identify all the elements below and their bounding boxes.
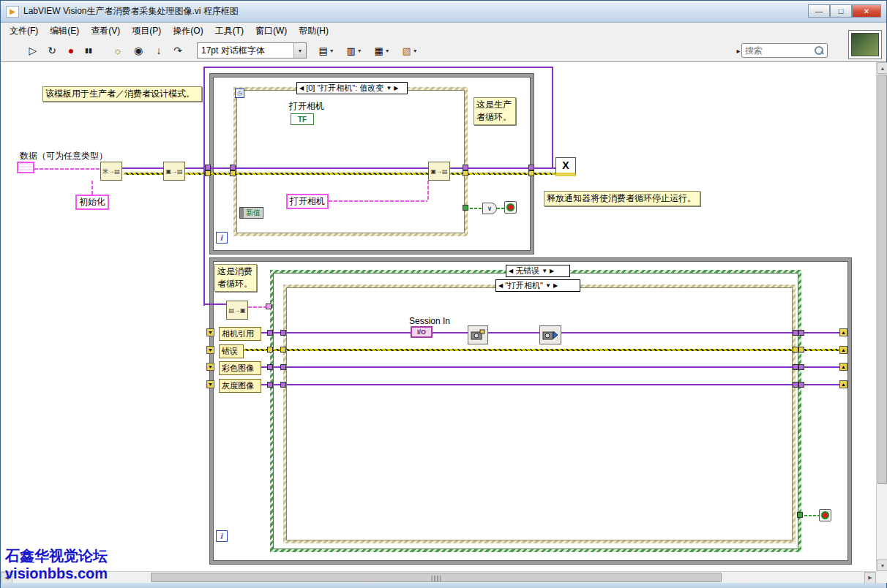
iteration-terminal-producer[interactable]: i	[216, 232, 228, 244]
resize-dropdown-icon: ▼	[385, 48, 390, 53]
align-objects-button[interactable]: ▤ ▼	[314, 42, 339, 59]
boolean-constant[interactable]: TF	[291, 113, 314, 125]
send-notification-node-2[interactable]: ▣→▤	[428, 162, 450, 181]
menu-file[interactable]: 文件(F)	[4, 23, 44, 39]
align-objects-icon: ▤	[318, 45, 327, 56]
abort-button[interactable]: ●	[62, 42, 80, 59]
case-dropdown-icon[interactable]: ▼	[545, 282, 551, 289]
pause-button[interactable]: ▮▮	[80, 42, 97, 59]
vertical-scroll-thumb[interactable]	[877, 75, 887, 484]
tunnel	[798, 330, 804, 336]
loop-condition-terminal[interactable]	[504, 201, 517, 214]
block-diagram[interactable]: ▼ ▼ ▼ ▼ ▲ ▲ ▲ ▲ ◀ [0] "打开相机": 值改变 ▼ ▶ ◀ …	[1, 62, 876, 571]
open-camera-label[interactable]: 打开相机	[289, 100, 324, 113]
shift-register-left[interactable]: ▼	[206, 328, 214, 336]
camera-case-structure[interactable]	[283, 284, 796, 543]
consumer-note[interactable]: 这是消费者循环。	[214, 264, 257, 292]
shift-register-right[interactable]: ▲	[839, 380, 847, 388]
wait-notification-node[interactable]: ▤→▣	[226, 301, 248, 320]
shift-register-left[interactable]: ▼	[206, 363, 214, 371]
error-case-header[interactable]: ◀ 无错误 ▼ ▶	[506, 265, 570, 277]
local-gray-image[interactable]: 灰度图像	[219, 379, 261, 393]
search-box[interactable]	[741, 43, 828, 58]
search-input[interactable]	[745, 45, 815, 56]
menu-edit[interactable]: 编辑(E)	[44, 23, 85, 39]
watermark-line2: visionbbs.com	[5, 565, 108, 582]
template-note[interactable]: 该模板用于生产者／消费者设计模式。	[42, 86, 202, 102]
prev-case-icon[interactable]: ◀	[498, 282, 503, 289]
horizontal-scroll-thumb[interactable]	[151, 573, 722, 582]
maximize-button[interactable]: □	[830, 4, 852, 18]
step-into-icon: ↓	[157, 45, 162, 56]
step-over-button[interactable]: ↷	[169, 42, 187, 59]
event-data-node[interactable]: 新值	[239, 207, 263, 219]
prev-case-icon[interactable]: ◀	[509, 268, 513, 274]
string-const-wire	[329, 200, 427, 202]
next-case-icon[interactable]: ▶	[394, 85, 398, 91]
run-button[interactable]: ▷	[24, 42, 42, 59]
init-wire	[91, 181, 93, 195]
local-camera-ref[interactable]: 相机引用	[219, 327, 261, 341]
imaqdx-configure-node[interactable]	[468, 325, 488, 344]
font-selector-dropdown-icon[interactable]: ▼	[293, 43, 306, 58]
font-selector[interactable]: 17pt 对话框字体 ▼	[197, 42, 307, 59]
scroll-up-icon[interactable]: ▲	[877, 62, 887, 74]
distribute-objects-button[interactable]: ▥ ▼	[342, 42, 367, 59]
horizontal-scrollbar[interactable]: ◀ ▶	[1, 571, 876, 583]
next-case-icon[interactable]: ▶	[553, 282, 558, 289]
release-notifier-node[interactable]: X	[555, 157, 576, 176]
or-gate-node[interactable]: ∨	[482, 203, 497, 214]
string-constant[interactable]: 打开相机	[286, 194, 329, 209]
case-dropdown-icon[interactable]: ▼	[542, 268, 547, 274]
release-note[interactable]: 释放通知器将使消费者循环停止运行。	[544, 191, 700, 206]
scroll-right-icon[interactable]: ▶	[864, 572, 876, 584]
menu-view[interactable]: 查看(V)	[85, 23, 126, 39]
lightbulb-icon: ☼	[113, 45, 123, 56]
session-in-terminal[interactable]: I/O	[411, 326, 433, 338]
local-color-image[interactable]: 彩色图像	[219, 361, 261, 375]
menu-tools[interactable]: 工具(T)	[209, 23, 250, 39]
producer-note[interactable]: 这是生产者循环。	[474, 97, 516, 125]
camera-case-header[interactable]: ◀ "打开相机" ▼ ▶	[495, 279, 580, 292]
minimize-button[interactable]: —	[808, 4, 830, 18]
scroll-down-icon[interactable]: ▼	[877, 559, 887, 571]
next-case-icon[interactable]: ▶	[550, 268, 554, 274]
shift-register-left[interactable]: ▼	[206, 380, 214, 388]
step-into-button[interactable]: ↓	[150, 42, 168, 59]
reorder-button[interactable]: ▧ ▼	[397, 42, 422, 59]
shift-register-left[interactable]: ▼	[206, 346, 214, 354]
run-continuous-button[interactable]: ↻	[43, 42, 61, 59]
highlight-execution-button[interactable]: ☼	[109, 42, 127, 59]
menu-operate[interactable]: 操作(O)	[167, 23, 209, 39]
shift-register-right[interactable]: ▲	[839, 346, 847, 354]
shift-register-right[interactable]: ▲	[839, 363, 847, 371]
imaqdx-grab-node[interactable]	[539, 325, 561, 344]
tunnel	[205, 170, 211, 176]
obtain-notifier-node[interactable]: 米→▤	[100, 162, 122, 181]
resize-objects-button[interactable]: ▦ ▼	[370, 42, 394, 59]
titlebar[interactable]: ▶ LabVIEW Vision生产者消费者采集处理图像.vi 程序框图 — □…	[1, 1, 886, 23]
shift-register-right[interactable]: ▲	[839, 328, 847, 336]
case-dropdown-icon[interactable]: ▼	[386, 85, 392, 91]
retain-wire-values-button[interactable]: ◉	[130, 42, 147, 59]
send-notification-node[interactable]: ▣→▤	[163, 162, 185, 181]
init-label[interactable]: 初始化	[75, 195, 109, 210]
prev-case-icon[interactable]: ◀	[299, 85, 304, 91]
vi-icon-pane[interactable]	[848, 30, 882, 59]
session-in-label[interactable]: Session In	[409, 316, 450, 326]
menu-window[interactable]: 窗口(W)	[250, 23, 293, 39]
vertical-scrollbar[interactable]: ▲ ▼	[876, 62, 887, 571]
menu-project[interactable]: 项目(P)	[126, 23, 167, 39]
local-error[interactable]: 错误	[219, 344, 244, 358]
search-icon[interactable]	[815, 46, 824, 56]
align-dropdown-icon: ▼	[329, 48, 334, 53]
iteration-terminal-consumer[interactable]: i	[216, 530, 228, 542]
close-button[interactable]: ×	[852, 4, 881, 18]
event-structure-header[interactable]: ◀ [0] "打开相机": 值改变 ▼ ▶	[296, 82, 408, 94]
menu-help[interactable]: 帮助(H)	[293, 23, 334, 39]
loop-condition-terminal-consumer[interactable]	[819, 509, 831, 521]
data-string-terminal[interactable]	[17, 162, 34, 173]
event-timeout-terminal[interactable]: ◷	[235, 88, 244, 98]
pause-icon: ▮▮	[85, 47, 92, 54]
data-label[interactable]: 数据（可为任意类型）	[20, 150, 108, 162]
